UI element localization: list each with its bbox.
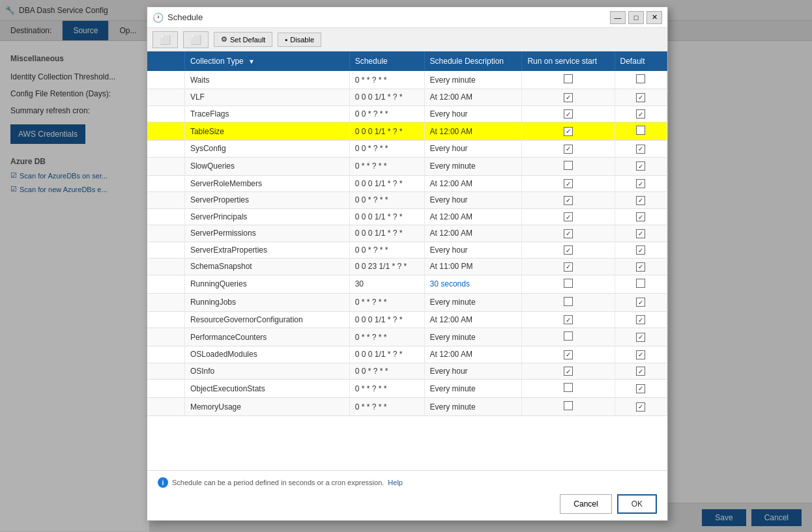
table-row[interactable]: ServerProperties0 0 * ? * *Every hour — [147, 192, 667, 209]
run-on-start-checkbox[interactable] — [564, 401, 573, 410]
table-row[interactable]: ServerPermissions0 0 0 1/1 * ? *At 12:00… — [147, 225, 667, 242]
table-row[interactable]: Waits0 * * ? * *Every minute — [147, 71, 667, 89]
row-type-cell: TableSize — [184, 122, 349, 141]
run-on-start-checkbox[interactable] — [564, 93, 573, 102]
row-run-cell — [522, 175, 615, 192]
table-row[interactable]: TableSize0 0 0 1/1 * ? *At 12:00 AM — [147, 122, 667, 141]
default-checkbox[interactable] — [636, 350, 645, 359]
table-row[interactable]: ObjectExecutionStats0 * * ? * *Every min… — [147, 380, 667, 398]
row-schedule-cell: 0 * * ? * * — [349, 157, 424, 175]
row-type-cell: ServerProperties — [184, 192, 349, 209]
minimize-button[interactable]: — — [610, 11, 626, 24]
default-checkbox[interactable] — [636, 212, 645, 221]
row-desc-cell: Every hour — [424, 363, 522, 380]
default-checkbox[interactable] — [636, 333, 645, 342]
row-schedule-cell: 0 0 0 1/1 * ? * — [349, 311, 424, 328]
row-default-cell — [615, 175, 667, 192]
table-row[interactable]: VLF0 0 0 1/1 * ? *At 12:00 AM — [147, 89, 667, 106]
row-desc-cell: At 12:00 AM — [424, 175, 522, 192]
default-checkbox[interactable] — [636, 161, 645, 171]
run-on-start-checkbox[interactable] — [564, 297, 573, 306]
run-on-start-checkbox[interactable] — [564, 350, 573, 359]
table-row[interactable]: SysConfig0 0 * ? * *Every hour — [147, 141, 667, 158]
row-desc-cell: Every minute — [424, 157, 522, 175]
close-button[interactable]: ✕ — [646, 11, 662, 24]
run-on-start-checkbox[interactable] — [564, 145, 573, 154]
default-checkbox[interactable] — [636, 279, 645, 288]
schedule-table-container[interactable]: Collection Type ▼ Schedule Schedule Desc… — [147, 51, 667, 470]
default-checkbox[interactable] — [636, 229, 645, 238]
default-checkbox[interactable] — [636, 196, 645, 205]
cancel-button[interactable]: Cancel — [560, 494, 611, 514]
default-checkbox[interactable] — [636, 179, 645, 188]
help-link[interactable]: Help — [388, 479, 403, 486]
row-schedule-cell: 0 0 * ? * * — [349, 141, 424, 158]
default-checkbox[interactable] — [636, 93, 645, 102]
row-schedule-cell: 0 * * ? * * — [349, 71, 424, 89]
default-checkbox[interactable] — [636, 298, 645, 307]
row-run-cell — [522, 71, 615, 89]
default-checkbox[interactable] — [636, 245, 645, 255]
row-num-cell — [147, 89, 184, 106]
paste-button[interactable]: ⬜ — [183, 31, 209, 48]
ok-button[interactable]: OK — [617, 494, 657, 514]
run-on-start-checkbox[interactable] — [564, 383, 573, 392]
row-type-cell: ServerExtraProperties — [184, 242, 349, 259]
row-desc-cell: 30 seconds — [424, 275, 522, 293]
table-row[interactable]: ServerExtraProperties0 0 * ? * *Every ho… — [147, 242, 667, 259]
default-checkbox[interactable] — [636, 402, 645, 412]
table-row[interactable]: ResourceGovernorConfiguration0 0 0 1/1 *… — [147, 311, 667, 328]
row-default-cell — [615, 71, 667, 89]
row-desc-cell: Every minute — [424, 398, 522, 416]
restore-button[interactable]: □ — [628, 11, 644, 24]
run-on-start-checkbox[interactable] — [564, 74, 573, 83]
run-on-start-checkbox[interactable] — [564, 367, 573, 376]
schedule-table: Collection Type ▼ Schedule Schedule Desc… — [147, 51, 667, 416]
table-row[interactable]: RunningQueries3030 seconds — [147, 275, 667, 293]
run-on-start-checkbox[interactable] — [564, 179, 573, 188]
default-checkbox[interactable] — [636, 367, 645, 376]
run-on-start-checkbox[interactable] — [564, 262, 573, 272]
filter-icon[interactable]: ▼ — [248, 58, 255, 65]
run-on-start-checkbox[interactable] — [564, 245, 573, 255]
table-row[interactable]: PerformanceCounters0 * * ? * *Every minu… — [147, 328, 667, 346]
default-checkbox[interactable] — [636, 126, 645, 135]
default-checkbox[interactable] — [636, 145, 645, 154]
set-default-icon: ⚙ — [221, 35, 227, 44]
table-row[interactable]: RunningJobs0 * * ? * *Every minute — [147, 293, 667, 311]
row-default-cell — [615, 346, 667, 363]
row-num-cell — [147, 192, 184, 209]
table-row[interactable]: MemoryUsage0 * * ? * *Every minute — [147, 398, 667, 416]
default-checkbox[interactable] — [636, 384, 645, 393]
table-row[interactable]: SchemaSnapshot0 0 23 1/1 * ? *At 11:00 P… — [147, 259, 667, 275]
set-default-button[interactable]: ⚙ Set Default — [214, 32, 272, 47]
default-checkbox[interactable] — [636, 109, 645, 119]
row-desc-cell: Every hour — [424, 141, 522, 158]
table-row[interactable]: SlowQueries0 * * ? * *Every minute — [147, 157, 667, 175]
table-row[interactable]: ServerPrincipals0 0 0 1/1 * ? *At 12:00 … — [147, 208, 667, 225]
col-collection-type[interactable]: Collection Type ▼ — [184, 51, 349, 71]
run-on-start-checkbox[interactable] — [564, 315, 573, 324]
run-on-start-checkbox[interactable] — [564, 279, 573, 288]
row-default-cell — [615, 225, 667, 242]
run-on-start-checkbox[interactable] — [564, 127, 573, 136]
run-on-start-checkbox[interactable] — [564, 331, 573, 341]
run-on-start-checkbox[interactable] — [564, 109, 573, 119]
run-on-start-checkbox[interactable] — [564, 161, 573, 170]
table-row[interactable]: OSLoadedModules0 0 0 1/1 * ? *At 12:00 A… — [147, 346, 667, 363]
default-checkbox[interactable] — [636, 262, 645, 272]
disable-button[interactable]: ▪ Disable — [278, 33, 321, 47]
default-checkbox[interactable] — [636, 315, 645, 324]
run-on-start-checkbox[interactable] — [564, 229, 573, 238]
default-checkbox[interactable] — [636, 74, 645, 83]
table-row[interactable]: TraceFlags0 0 * ? * *Every hour — [147, 105, 667, 122]
footer-info: i Schedule can be a period defined in se… — [158, 477, 657, 488]
row-run-cell — [522, 122, 615, 141]
run-on-start-checkbox[interactable] — [564, 196, 573, 205]
copy-button[interactable]: ⬜ — [152, 31, 178, 48]
table-row[interactable]: ServerRoleMembers0 0 0 1/1 * ? *At 12:00… — [147, 175, 667, 192]
row-default-cell — [615, 192, 667, 209]
row-schedule-cell: 0 0 * ? * * — [349, 363, 424, 380]
table-row[interactable]: OSInfo0 0 * ? * *Every hour — [147, 363, 667, 380]
run-on-start-checkbox[interactable] — [564, 212, 573, 221]
